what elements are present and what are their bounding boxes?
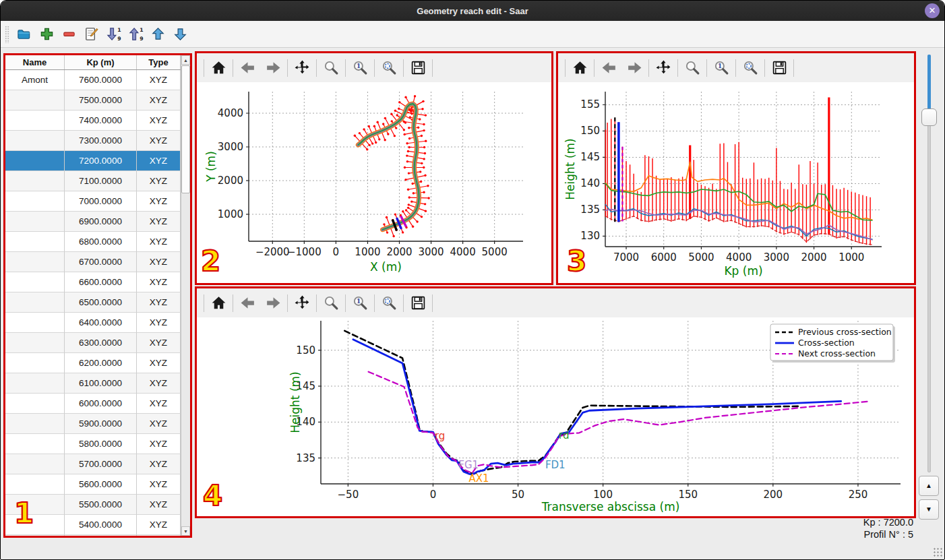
cell-type[interactable]: XYZ — [137, 252, 181, 272]
scrollbar-thumb[interactable] — [181, 65, 190, 193]
table-row[interactable]: 6400.0000XYZ — [5, 313, 181, 333]
cell-name[interactable] — [5, 171, 65, 191]
column-header-type[interactable]: Type — [137, 55, 181, 69]
cell-kp[interactable]: 5600.0000 — [65, 474, 137, 495]
cell-kp[interactable]: 7500.0000 — [65, 90, 137, 111]
zoom-auto-icon[interactable] — [376, 293, 402, 313]
table-row[interactable]: 7500.0000XYZ — [5, 90, 181, 111]
resize-grip[interactable] — [933, 547, 942, 557]
cell-name[interactable] — [5, 292, 65, 313]
cell-kp[interactable]: 5500.0000 — [65, 495, 137, 515]
cell-type[interactable]: XYZ — [137, 373, 181, 394]
cell-name[interactable] — [5, 90, 65, 111]
table-row[interactable]: 5900.0000XYZ — [5, 414, 181, 434]
table-row[interactable]: 5300.0000XYZ — [5, 535, 181, 536]
cell-name[interactable] — [5, 474, 65, 495]
cell-type[interactable]: XYZ — [137, 171, 181, 191]
profile-slider-handle[interactable] — [921, 108, 937, 126]
cell-name[interactable] — [5, 373, 65, 394]
table-scrollbar[interactable]: ▲ ▼ — [181, 55, 190, 536]
cell-kp[interactable]: 7300.0000 — [65, 131, 137, 151]
table-row[interactable]: 6200.0000XYZ — [5, 353, 181, 373]
table-row[interactable]: 7100.0000XYZ — [5, 171, 181, 191]
table-row[interactable]: 5400.0000XYZ — [5, 515, 181, 535]
cell-kp[interactable]: 6800.0000 — [65, 232, 137, 252]
cell-type[interactable]: XYZ — [137, 232, 181, 252]
forward-icon[interactable] — [260, 293, 286, 313]
table-row[interactable]: 6500.0000XYZ — [5, 292, 181, 313]
cell-name[interactable] — [5, 535, 65, 536]
cell-type[interactable]: XYZ — [137, 454, 181, 474]
back-icon[interactable] — [596, 58, 621, 78]
pan-icon[interactable] — [289, 58, 315, 78]
cell-name[interactable] — [5, 434, 65, 454]
cell-kp[interactable]: 7000.0000 — [65, 191, 137, 212]
zoom-icon[interactable] — [318, 293, 344, 313]
cell-name[interactable] — [5, 333, 65, 353]
cell-kp[interactable]: 5900.0000 — [65, 414, 137, 434]
cell-kp[interactable]: 6100.0000 — [65, 373, 137, 394]
back-icon[interactable] — [235, 58, 260, 78]
profile-step-up-button[interactable]: ▲ — [919, 476, 939, 496]
cell-type[interactable]: XYZ — [137, 353, 181, 373]
cell-type[interactable]: XYZ — [137, 313, 181, 333]
add-row-icon[interactable] — [36, 24, 58, 45]
cell-type[interactable]: XYZ — [137, 515, 181, 535]
move-up-icon[interactable] — [147, 24, 169, 45]
table-header[interactable]: Name Kp (m) Type — [5, 55, 181, 70]
zoom-icon[interactable] — [318, 58, 344, 78]
table-row[interactable]: 6000.0000XYZ — [5, 394, 181, 414]
cell-name[interactable] — [5, 313, 65, 333]
cell-kp[interactable]: 5700.0000 — [65, 454, 137, 474]
cell-kp[interactable]: 7400.0000 — [65, 111, 137, 131]
pan-icon[interactable] — [289, 293, 315, 313]
profile-step-down-button[interactable]: ▼ — [919, 499, 939, 520]
scroll-up-icon[interactable]: ▲ — [181, 55, 190, 65]
cell-type[interactable]: XYZ — [137, 292, 181, 313]
cell-type[interactable]: XYZ — [137, 111, 181, 131]
table-row[interactable]: 5500.0000XYZ — [5, 495, 181, 515]
plan-view-chart[interactable]: −2000−1000010002000300040005000100020003… — [197, 82, 551, 283]
cell-type[interactable]: XYZ — [137, 191, 181, 212]
cell-type[interactable]: XYZ — [137, 212, 181, 232]
cell-name[interactable] — [5, 495, 65, 515]
cell-kp[interactable]: 6600.0000 — [65, 272, 137, 292]
cell-kp[interactable]: 5800.0000 — [65, 434, 137, 454]
cell-type[interactable]: XYZ — [137, 70, 181, 90]
titlebar[interactable]: Geometry reach edit - Saar ✕ — [1, 1, 944, 21]
table-row[interactable]: 5800.0000XYZ — [5, 434, 181, 454]
zoom-auto-icon[interactable] — [737, 58, 763, 78]
zoom-to-rect-icon[interactable]: 1 — [347, 293, 373, 313]
cell-type[interactable]: XYZ — [137, 394, 181, 414]
cell-name[interactable] — [5, 353, 65, 373]
column-header-name[interactable]: Name — [5, 55, 65, 69]
cell-kp[interactable]: 7200.0000 — [65, 151, 137, 171]
zoom-icon[interactable] — [679, 58, 705, 78]
table-row[interactable]: 6600.0000XYZ — [5, 272, 181, 292]
cell-name[interactable] — [5, 212, 65, 232]
cell-kp[interactable]: 6000.0000 — [65, 394, 137, 414]
table-row[interactable]: 6300.0000XYZ — [5, 333, 181, 353]
cell-kp[interactable]: 7600.0000 — [65, 70, 137, 90]
cell-kp[interactable]: 5400.0000 — [65, 515, 137, 535]
sort-descending-icon[interactable]: 19 — [102, 24, 125, 45]
cell-type[interactable]: XYZ — [137, 90, 181, 111]
table-row[interactable]: 6800.0000XYZ — [5, 232, 181, 252]
column-header-kp[interactable]: Kp (m) — [65, 55, 137, 69]
home-icon[interactable] — [206, 58, 231, 78]
table-row[interactable]: 5700.0000XYZ — [5, 454, 181, 474]
cell-type[interactable]: XYZ — [137, 414, 181, 434]
table-row[interactable]: 5600.0000XYZ — [5, 474, 181, 495]
cell-type[interactable]: XYZ — [137, 434, 181, 454]
cell-name[interactable] — [5, 414, 65, 434]
cell-name[interactable] — [5, 515, 65, 535]
table-row[interactable]: 7200.0000XYZ — [5, 151, 181, 171]
edit-icon[interactable] — [80, 24, 102, 45]
cell-kp[interactable]: 6200.0000 — [65, 353, 137, 373]
cell-kp[interactable]: 6700.0000 — [65, 252, 137, 272]
save-icon[interactable] — [766, 58, 792, 78]
cell-kp[interactable]: 6900.0000 — [65, 212, 137, 232]
table-row[interactable]: Amont7600.0000XYZ — [5, 70, 181, 90]
forward-icon[interactable] — [621, 58, 647, 78]
cell-type[interactable]: XYZ — [137, 495, 181, 515]
